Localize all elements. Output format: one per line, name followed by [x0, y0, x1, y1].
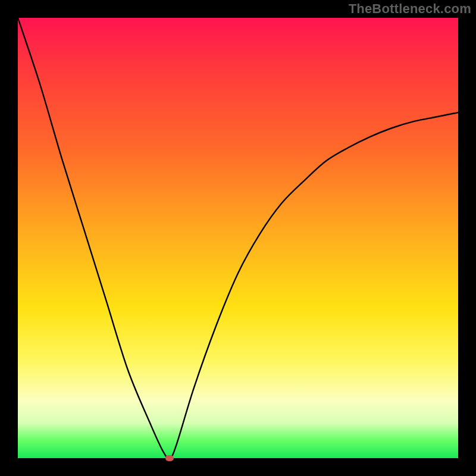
- bottleneck-curve: [18, 18, 458, 458]
- chart-container: TheBottleneck.com: [0, 0, 476, 476]
- plot-area: [18, 18, 458, 458]
- curve-svg: [18, 18, 458, 458]
- optimum-marker: [165, 455, 174, 461]
- watermark-text: TheBottleneck.com: [349, 1, 471, 17]
